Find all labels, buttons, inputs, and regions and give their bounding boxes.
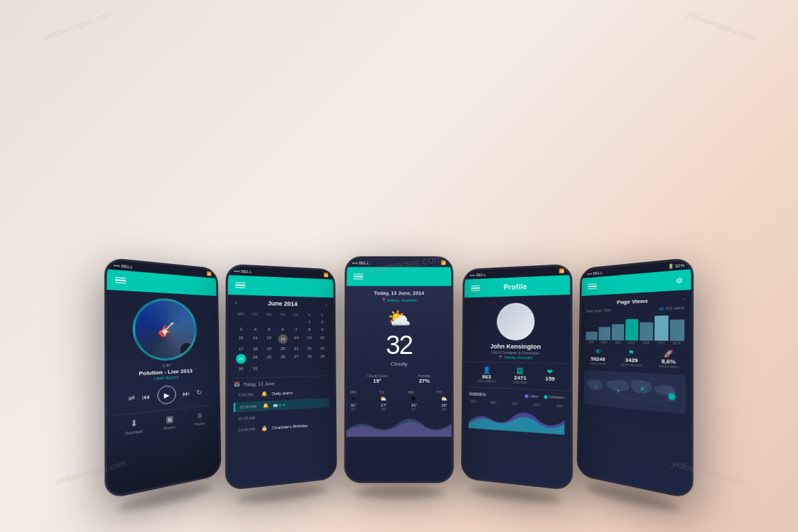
weather-city: 📍 Sidney, Australia <box>346 297 451 302</box>
eye-icon: 👁 <box>590 348 606 355</box>
weather-icon-large: ⛅ <box>346 307 452 329</box>
phone-3-wrapper: •••• BELL 📶 Today, 13 June, 2014 📍 Sidne… <box>344 256 454 499</box>
repeat-btn[interactable]: ↻ <box>196 388 202 396</box>
phones-container: •••• BELL 📶 🎸 ● <box>126 34 672 498</box>
weather-screen: •••• BELL 📶 Today, 13 June, 2014 📍 Sidne… <box>346 258 452 482</box>
profile-wave <box>469 404 565 434</box>
spacer-4 <box>552 285 563 286</box>
signal-3: •••• BELL <box>352 261 369 265</box>
menu-icon-5[interactable] <box>588 283 597 289</box>
forecast-temps: 31° 37° 27° 29° 15° 17° 16° <box>351 402 447 412</box>
legend-followers: Followers <box>544 394 564 400</box>
metric-pageviews: 👁 58248 PAGE VIEWS <box>590 348 606 366</box>
profile-chart: Statistics Likes Followers <box>463 387 570 439</box>
photos-label: PHOTOS <box>514 381 527 385</box>
profile-location: 📍 Sidney, Australia <box>464 355 570 361</box>
stat-likes: ❤ 159 <box>545 368 555 385</box>
phone-4: •••• BELL 📶 Profile John Kensington UI/U… <box>461 264 573 491</box>
menu-icon-1[interactable] <box>115 277 126 284</box>
music-screen: •••• BELL 📶 🎸 ● <box>107 260 220 497</box>
bar-oct: OCT <box>655 313 669 345</box>
metric-speed: 🚀 8,6% SPEED RATE <box>659 349 679 369</box>
birthday-icon: 🎂 <box>261 426 267 432</box>
bar-apr: APR <box>586 315 597 344</box>
bar-sep: SEP <box>640 314 653 345</box>
wifi-icon-4: 📶 <box>559 268 565 273</box>
next-btn[interactable]: ⏭ <box>183 389 190 398</box>
signal-4: •••• BELL <box>470 272 486 277</box>
phone-1-wrapper: •••• BELL 📶 🎸 ● <box>104 257 222 519</box>
prev-btn-5[interactable]: ‹ <box>587 301 588 306</box>
wifi-icon-1: 📶 <box>207 271 211 276</box>
nav-playlist[interactable]: ≡ Playlist <box>194 411 205 427</box>
page-views-title: Page Views <box>617 295 648 308</box>
likes-dot <box>524 394 528 398</box>
nav-albums[interactable]: ▣ Albums <box>163 413 175 430</box>
spacer-1 <box>201 286 210 286</box>
stat-photos: 🖼 2471 PHOTOS <box>514 367 527 385</box>
play-btn[interactable]: ▶ <box>158 385 177 405</box>
album-art: 🎸 ● <box>132 297 197 361</box>
weather-temp: 32 <box>346 332 452 358</box>
pageviews-label: PAGE VIEWS <box>590 361 606 366</box>
phone-5-wrapper: •••• BELL 🔋 32% ⚙ ‹ Page Views › <box>576 257 694 519</box>
rocket-icon: 🚀 <box>659 349 679 357</box>
shuffle-btn[interactable]: ⇌ <box>128 394 134 402</box>
nav-download-label: Download <box>125 429 143 436</box>
battery-5: 🔋 32% <box>668 263 685 269</box>
photos-icon: 🖼 <box>514 367 527 375</box>
watermark-tl: yellowimages.com <box>42 8 113 42</box>
chart-legend: Likes Followers <box>524 394 564 400</box>
phone-3: •••• BELL 📶 Today, 13 June, 2014 📍 Sidne… <box>344 256 454 484</box>
map-bg <box>583 370 685 414</box>
stat-followers: 👤 863 FOLLOWERS <box>477 366 497 383</box>
profile-stats: 👤 863 FOLLOWERS 🖼 2471 PHOTOS ❤ 159 <box>464 361 570 391</box>
weather-wave <box>346 416 452 437</box>
menu-icon-3[interactable] <box>353 274 363 279</box>
cal-events: 📅 Today, 13 June 7:00 AM 🔔 Daily alarm 1… <box>228 379 335 438</box>
phone-5: •••• BELL 🔋 32% ⚙ ‹ Page Views › <box>576 257 694 500</box>
header-3 <box>346 267 451 286</box>
phone-2-wrapper: •••• BELL 📶 ‹ June 2014 › MO <box>225 264 337 508</box>
watermark-tr: yellowimages.com <box>685 8 756 42</box>
event-icon-1: 🔔 <box>263 403 269 409</box>
cal-next[interactable]: › <box>325 301 327 308</box>
bar-chart: APR MAY JUN JULY <box>580 310 691 347</box>
profile-title: Profile <box>503 282 527 291</box>
bar-july: JULY <box>625 314 638 345</box>
calendar-icon: 📅 <box>234 381 241 387</box>
header-2 <box>228 275 334 297</box>
cal-days-header: MO TU WE TH FR S S <box>234 312 329 317</box>
cal-header: ‹ June 2014 › <box>228 295 334 312</box>
download-icon: ⬇ <box>130 418 138 430</box>
stat-cloudy: Cloudy Gusts 19° <box>367 374 387 384</box>
nav-download[interactable]: ⬇ Download <box>125 417 143 436</box>
cal-grid: MO TU WE TH FR S S 1 <box>228 310 334 376</box>
legend-likes: Likes <box>524 394 537 398</box>
weather-stats: Cloudy Gusts 19° Humidity 27% <box>346 370 452 388</box>
weather-desc: Cloudy <box>346 361 452 367</box>
analytics-screen: •••• BELL 🔋 32% ⚙ ‹ Page Views › <box>578 260 691 497</box>
event-date-text: Today, 13 June <box>243 381 275 387</box>
visitors-label: NEW VISITORS <box>621 363 642 367</box>
followers-icon: 👤 <box>477 366 496 374</box>
signal-2: •••• BELL <box>234 269 252 274</box>
prev-btn[interactable]: ⏮ <box>143 392 150 401</box>
playlist-icon: ≡ <box>197 411 202 421</box>
likes-icon: ❤ <box>545 368 555 376</box>
status-bar-3: •••• BELL 📶 <box>346 258 451 267</box>
cal-prev[interactable]: ‹ <box>235 299 237 306</box>
menu-icon-2[interactable] <box>235 282 246 289</box>
metric-visitors: ⚑ 3429 NEW VISITORS <box>621 349 642 367</box>
calendar-screen: •••• BELL 📶 ‹ June 2014 › MO <box>227 266 335 488</box>
nav-playlist-label: Playlist <box>194 421 205 426</box>
menu-icon-4[interactable] <box>471 285 479 291</box>
phone-1: •••• BELL 📶 🎸 ● <box>104 257 222 500</box>
cal-divider <box>234 375 329 379</box>
forecast-header: MO TU WE TH <box>351 389 447 395</box>
phone-2: •••• BELL 📶 ‹ June 2014 › MO <box>225 264 337 491</box>
next-btn-5[interactable]: › <box>683 297 685 302</box>
bar-nov: NOV <box>670 313 684 346</box>
cal-month: June 2014 <box>267 300 297 308</box>
gear-icon-5[interactable]: ⚙ <box>676 276 683 284</box>
